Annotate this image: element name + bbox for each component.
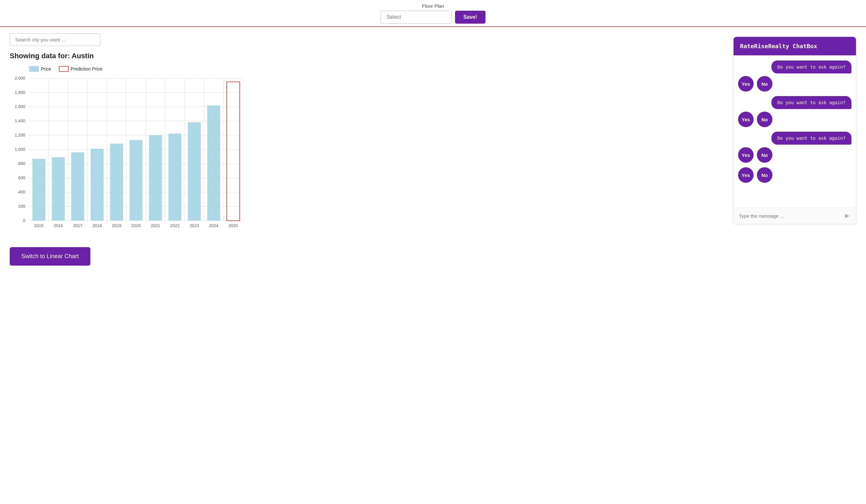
svg-text:200: 200 (18, 204, 25, 209)
bar-2015 (32, 159, 45, 221)
chat-yes-no-2: Yes No (738, 112, 773, 127)
chart-legend: Price Prediction Price (29, 66, 246, 72)
floor-plan-select[interactable] (380, 11, 452, 24)
no-button-3[interactable]: No (757, 147, 773, 163)
chat-row-1: Do you want to ask again? Yes No (738, 60, 852, 92)
chart-area: Price Prediction Price .grid-line { stro… (10, 66, 246, 238)
bar-2023 (188, 122, 201, 221)
svg-text:1,000: 1,000 (14, 147, 25, 152)
svg-text:2021: 2021 (151, 223, 160, 228)
legend-prediction: Prediction Price (59, 66, 102, 72)
no-button-4[interactable]: No (757, 167, 773, 183)
switch-chart-button[interactable]: Switch to Linear Chart (10, 247, 90, 266)
no-button-2[interactable]: No (757, 112, 773, 127)
svg-text:2016: 2016 (54, 223, 63, 228)
yes-button-4[interactable]: Yes (738, 167, 754, 183)
bar-2025-prediction (227, 82, 240, 221)
svg-text:2015: 2015 (34, 223, 44, 228)
bar-2018 (91, 149, 104, 221)
legend-price: Price (29, 66, 51, 72)
bar-chart: .grid-line { stroke: #ddd; stroke-width:… (10, 75, 246, 230)
svg-text:0: 0 (23, 218, 25, 223)
svg-text:800: 800 (18, 161, 25, 166)
bar-2021 (149, 135, 162, 221)
svg-text:400: 400 (18, 190, 25, 194)
left-panel: Showing data for: Austin Price Predictio… (10, 33, 720, 266)
floor-plan-label: Floor Plan (422, 3, 444, 9)
svg-text:1,400: 1,400 (14, 118, 25, 123)
yes-button-1[interactable]: Yes (738, 76, 754, 92)
svg-text:2,000: 2,000 (14, 76, 25, 81)
save-button[interactable]: Save! (455, 11, 486, 24)
legend-prediction-label: Prediction Price (70, 66, 102, 71)
svg-text:2023: 2023 (190, 223, 199, 228)
top-bar: Floor Plan Save! (0, 0, 866, 27)
chat-row-2: Do you want to ask again? Yes No (738, 96, 852, 127)
chat-bubble-3: Do you want to ask again? (771, 131, 852, 145)
svg-text:2025: 2025 (229, 223, 238, 228)
data-title: Showing data for: Austin (10, 52, 720, 60)
bar-2016 (52, 157, 65, 221)
svg-text:2019: 2019 (112, 223, 121, 228)
yes-button-2[interactable]: Yes (738, 112, 754, 127)
top-bar-controls: Save! (380, 11, 486, 24)
svg-text:2017: 2017 (73, 223, 82, 228)
yes-button-3[interactable]: Yes (738, 147, 754, 163)
chat-yes-no-4: Yes No (738, 167, 773, 183)
chatbox-header: RateRiseRealty ChatBox (734, 37, 856, 55)
svg-text:2022: 2022 (170, 223, 180, 228)
svg-text:2020: 2020 (132, 223, 141, 228)
chat-row-3: Do you want to ask again? Yes No (738, 131, 852, 163)
chat-yes-no-1: Yes No (738, 76, 773, 92)
bar-2022 (168, 134, 181, 221)
svg-text:600: 600 (18, 175, 25, 180)
svg-text:1,200: 1,200 (14, 133, 25, 137)
no-button-1[interactable]: No (757, 76, 773, 92)
svg-text:2024: 2024 (209, 223, 219, 228)
bar-2020 (130, 140, 143, 221)
bar-2024 (207, 105, 220, 221)
search-input[interactable] (10, 33, 100, 46)
bar-2017 (71, 152, 84, 221)
svg-text:2018: 2018 (93, 223, 102, 228)
chatbox-footer: ► (734, 207, 856, 224)
chatbox: RateRiseRealty ChatBox Do you want to as… (733, 36, 856, 224)
send-button[interactable]: ► (844, 211, 851, 220)
chatbox-body: Do you want to ask again? Yes No Do you … (734, 55, 856, 207)
chat-yes-no-3: Yes No (738, 147, 773, 163)
svg-text:1,600: 1,600 (14, 104, 25, 109)
legend-price-icon (29, 66, 39, 72)
legend-prediction-icon (59, 66, 69, 72)
svg-text:1,800: 1,800 (14, 90, 25, 95)
chat-bubble-1: Do you want to ask again? (771, 60, 852, 73)
chat-message-input[interactable] (739, 213, 841, 219)
main-content: Showing data for: Austin Price Predictio… (0, 27, 866, 272)
chat-bubble-2: Do you want to ask again? (771, 96, 852, 109)
legend-price-label: Price (41, 66, 51, 71)
bar-2019 (110, 144, 123, 221)
